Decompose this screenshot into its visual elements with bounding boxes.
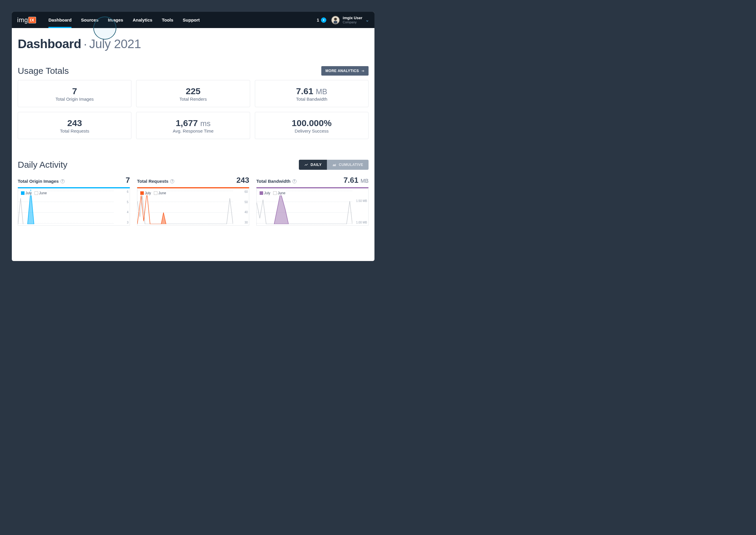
legend-previous: June bbox=[39, 191, 47, 195]
card-label: Total Bandwidth bbox=[258, 97, 365, 101]
card-label: Total Requests bbox=[21, 128, 128, 133]
svg-marker-5 bbox=[161, 212, 166, 224]
toggle-cumulative[interactable]: CUMULATIVE bbox=[327, 160, 369, 170]
card-label: Delivery Success bbox=[258, 128, 365, 133]
toggle-label: DAILY bbox=[311, 163, 322, 167]
activity-toggle: DAILY CUMULATIVE bbox=[299, 160, 369, 170]
help-icon[interactable]: ? bbox=[293, 179, 296, 183]
card-value: 7 bbox=[72, 86, 77, 96]
nav-items: Dashboard Sources Images Analytics Tools… bbox=[44, 12, 204, 28]
chart-value: 243 bbox=[237, 176, 249, 184]
chevron-down-icon: ⌄ bbox=[365, 17, 369, 23]
notifications[interactable]: 1 bbox=[317, 17, 326, 23]
more-analytics-button[interactable]: MORE ANALYTICS ➔ bbox=[321, 66, 369, 75]
activity-charts: Total Origin Images ? 7 July June 6 5 4 … bbox=[18, 176, 369, 226]
nav-item-images[interactable]: Images bbox=[103, 12, 128, 28]
toggle-label: CUMULATIVE bbox=[339, 163, 363, 167]
y-axis-labels: 6 5 4 3 bbox=[127, 190, 128, 224]
card-label: Total Origin Images bbox=[21, 97, 128, 101]
chart-canvas: July June 6 5 4 3 bbox=[18, 187, 130, 226]
chart-origin-images: Total Origin Images ? 7 July June 6 5 4 … bbox=[18, 176, 130, 226]
card-label: Total Renders bbox=[139, 97, 247, 101]
y-axis-labels: 1.50 MB 1.00 MB bbox=[356, 190, 367, 224]
nav-label: Analytics bbox=[133, 17, 153, 22]
user-text: imgix User Company bbox=[343, 16, 362, 24]
card-unit: MB bbox=[316, 87, 327, 96]
ytick: 5 bbox=[127, 201, 128, 204]
legend-swatch-current bbox=[260, 191, 263, 195]
ytick: 50 bbox=[244, 201, 248, 204]
nav-right: 1 imgix User Company ⌄ bbox=[317, 16, 369, 24]
card-response-time: 1,677 ms Avg. Response Time bbox=[136, 112, 250, 139]
more-analytics-label: MORE ANALYTICS bbox=[325, 69, 359, 73]
activity-section-head: Daily Activity DAILY CUMULATIVE bbox=[18, 160, 369, 170]
logo-box: IX bbox=[28, 17, 36, 23]
chart-legend: July June bbox=[20, 191, 47, 195]
card-value: 100.000% bbox=[292, 118, 332, 128]
usage-cards: 7 Total Origin Images 225 Total Renders … bbox=[18, 80, 369, 139]
chart-title: Total Origin Images bbox=[18, 179, 59, 183]
nav-item-analytics[interactable]: Analytics bbox=[128, 12, 157, 28]
user-menu[interactable]: imgix User Company ⌄ bbox=[331, 16, 369, 24]
help-icon[interactable]: ? bbox=[61, 179, 65, 183]
card-value: 243 bbox=[67, 118, 82, 128]
card-delivery-success: 100.000% Delivery Success bbox=[255, 112, 369, 139]
card-value: 225 bbox=[186, 86, 201, 96]
page-title-period: July 2021 bbox=[89, 37, 141, 51]
chart-value: 7.61 bbox=[344, 176, 358, 184]
content: Dashboard·July 2021 Usage Totals MORE AN… bbox=[12, 28, 375, 261]
nav-item-tools[interactable]: Tools bbox=[157, 12, 178, 28]
chart-title: Total Requests bbox=[137, 179, 168, 183]
area-chart-icon bbox=[332, 163, 336, 167]
svg-rect-2 bbox=[333, 21, 337, 23]
nav-label: Support bbox=[183, 17, 200, 22]
ytick: 1.00 MB bbox=[356, 221, 367, 224]
toggle-daily[interactable]: DAILY bbox=[299, 160, 327, 170]
help-icon[interactable]: ? bbox=[170, 179, 174, 183]
page-title-main: Dashboard bbox=[18, 37, 81, 51]
nav-label: Sources bbox=[81, 17, 98, 22]
chart-value: 7 bbox=[126, 176, 130, 184]
card-unit: ms bbox=[200, 119, 210, 128]
ytick: 30 bbox=[244, 221, 248, 224]
bolt-icon bbox=[321, 17, 326, 23]
y-axis-labels: 60 50 40 30 bbox=[244, 190, 248, 224]
legend-swatch-previous bbox=[154, 191, 157, 195]
card-renders: 225 Total Renders bbox=[136, 80, 250, 107]
ytick: 4 bbox=[127, 211, 128, 214]
user-name: imgix User bbox=[343, 16, 362, 20]
chart-canvas: July June 1.50 MB 1.00 MB bbox=[256, 187, 369, 226]
legend-previous: June bbox=[158, 191, 166, 195]
svg-rect-3 bbox=[334, 18, 337, 19]
chart-requests: Total Requests ? 243 July June 60 50 40 … bbox=[137, 176, 249, 226]
svg-marker-6 bbox=[274, 192, 289, 224]
ytick: 6 bbox=[127, 190, 128, 193]
top-nav: imgIX Dashboard Sources Images Analytics… bbox=[12, 12, 375, 28]
app-window: imgIX Dashboard Sources Images Analytics… bbox=[12, 12, 375, 261]
usage-section-head: Usage Totals MORE ANALYTICS ➔ bbox=[18, 66, 369, 76]
chart-canvas: July June 60 50 40 30 bbox=[137, 187, 249, 226]
logo[interactable]: imgIX bbox=[17, 16, 36, 24]
avatar bbox=[331, 16, 340, 24]
nav-label: Tools bbox=[162, 17, 173, 22]
nav-item-support[interactable]: Support bbox=[178, 12, 205, 28]
legend-previous: June bbox=[278, 191, 285, 195]
arrow-right-icon: ➔ bbox=[361, 69, 365, 73]
chart-bandwidth: Total Bandwidth ? 7.61 MB July June 1.50… bbox=[256, 176, 369, 226]
card-requests: 243 Total Requests bbox=[18, 112, 131, 139]
legend-current: July bbox=[145, 191, 151, 195]
notif-count: 1 bbox=[317, 18, 319, 22]
legend-current: July bbox=[25, 191, 32, 195]
ytick: 1.50 MB bbox=[356, 199, 367, 203]
ytick: 3 bbox=[127, 221, 128, 224]
chart-title: Total Bandwidth bbox=[256, 179, 291, 183]
page-title: Dashboard·July 2021 bbox=[18, 37, 369, 51]
ytick: 40 bbox=[244, 211, 248, 214]
card-origin-images: 7 Total Origin Images bbox=[18, 80, 131, 107]
nav-item-dashboard[interactable]: Dashboard bbox=[44, 12, 76, 28]
logo-text: img bbox=[17, 16, 28, 24]
legend-swatch-current bbox=[21, 191, 24, 195]
title-separator: · bbox=[81, 37, 89, 51]
legend-swatch-previous bbox=[273, 191, 277, 195]
nav-item-sources[interactable]: Sources bbox=[76, 12, 103, 28]
